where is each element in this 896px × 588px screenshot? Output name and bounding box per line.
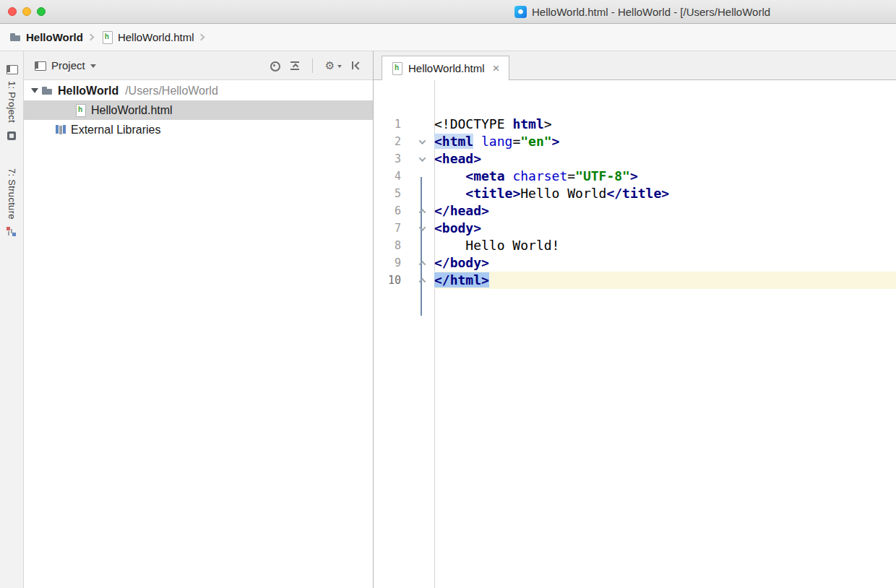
code-line[interactable]: 7<body> <box>374 220 896 237</box>
fold-gutter <box>410 168 434 185</box>
tool-button-project[interactable]: 1: Project <box>6 63 18 123</box>
code-text: </body> <box>434 254 896 272</box>
minimize-window-button[interactable] <box>22 7 31 16</box>
fold-up-marker[interactable] <box>410 254 434 272</box>
code-line[interactable]: 9</body> <box>374 254 896 272</box>
tree-item-helloworld[interactable]: HelloWorld/Users/HelloWorld <box>24 81 373 100</box>
editor-tab-helloworld-html[interactable]: HelloWorld.html× <box>382 56 509 80</box>
tree-item-label: HelloWorld <box>58 85 119 98</box>
breadcrumb-item-helloworld[interactable]: HelloWorld <box>9 31 83 43</box>
code-line[interactable]: 2<html lang="en"> <box>374 133 896 150</box>
tab-label: HelloWorld.html <box>408 62 485 74</box>
code-token: html <box>512 116 543 131</box>
hide-icon <box>350 59 363 72</box>
code-token: Hello World! <box>434 238 559 253</box>
code-text: <body> <box>434 220 896 237</box>
code-token <box>434 186 465 201</box>
breadcrumb-item-helloworld-html[interactable]: HelloWorld.html <box>101 31 194 43</box>
titlebar[interactable]: HelloWorld.html - HelloWorld - [/Users/H… <box>0 0 896 24</box>
code-text: Hello World! <box>434 237 896 254</box>
code-text: <html lang="en"> <box>434 133 896 150</box>
code-line[interactable]: 8 Hello World! <box>374 237 896 254</box>
close-window-button[interactable] <box>8 7 17 16</box>
html-file-icon <box>391 62 403 74</box>
folder-file-icon <box>9 31 22 43</box>
tree-item-external-libraries[interactable]: External Libraries <box>24 120 373 139</box>
code-text: </head> <box>434 202 896 220</box>
fold-gutter <box>410 185 434 202</box>
code-line[interactable]: 3<head> <box>374 150 896 168</box>
hide-button[interactable] <box>350 59 363 72</box>
line-number: 9 <box>374 254 410 272</box>
project-tree: HelloWorld/Users/HelloWorldHelloWorld.ht… <box>24 80 373 588</box>
fold-down-icon <box>418 155 426 162</box>
fold-gutter <box>410 116 434 133</box>
code-token: = <box>512 134 520 149</box>
fold-down-marker[interactable] <box>410 133 434 150</box>
code-token <box>473 134 481 149</box>
window-title-text: HelloWorld.html - HelloWorld - [/Users/H… <box>532 6 770 18</box>
structure-tool-icon <box>6 225 18 238</box>
tool-button-project-label: 1: Project <box>7 81 17 123</box>
fold-up-icon <box>418 260 426 267</box>
breadcrumb-chevron-icon <box>87 34 94 41</box>
fold-up-marker[interactable] <box>410 272 434 289</box>
tool-window-stripe: 1: Project7: Structure <box>0 51 24 588</box>
project-panel-header: Project <box>24 51 373 80</box>
code-token: > <box>630 168 638 183</box>
line-number: 8 <box>374 237 410 254</box>
code-line[interactable]: 4 <meta charset="UTF-8"> <box>374 168 896 185</box>
code-line[interactable]: 1<!DOCTYPE html> <box>374 116 896 133</box>
code-token: = <box>567 168 575 183</box>
code-token: </title> <box>606 186 669 201</box>
project-panel-toolbar <box>268 59 363 73</box>
tab-close-icon[interactable]: × <box>493 62 500 74</box>
tool-button-favorites[interactable] <box>6 130 18 142</box>
code-line[interactable]: 6</head> <box>374 202 896 220</box>
code-token: "UTF-8" <box>575 168 630 183</box>
locate-button[interactable] <box>268 59 280 72</box>
editor-area: HelloWorld.html× 1<!DOCTYPE html>2<html … <box>374 51 896 588</box>
code-token: <title> <box>465 186 520 201</box>
tree-item-label: External Libraries <box>71 124 161 137</box>
code-editor[interactable]: 1<!DOCTYPE html>2<html lang="en">3<head>… <box>374 80 896 588</box>
locate-icon <box>268 59 280 72</box>
code-token: </html> <box>434 272 489 287</box>
line-number: 4 <box>374 168 410 185</box>
favorites-icon <box>6 130 18 142</box>
code-token: lang <box>481 134 512 149</box>
line-number: 7 <box>374 220 410 237</box>
breadcrumb: HelloWorldHelloWorld.html <box>0 24 896 51</box>
fold-down-marker[interactable] <box>410 220 434 237</box>
project-panel-title: Project <box>51 59 85 72</box>
tree-expand-arrow-icon[interactable] <box>28 88 41 93</box>
chevron-down-icon <box>337 65 342 68</box>
code-token: </head> <box>434 203 489 218</box>
code-token: </body> <box>434 255 489 270</box>
window-title: HelloWorld.html - HelloWorld - [/Users/H… <box>514 0 896 23</box>
code-line[interactable]: 5 <title>Hello World</title> <box>374 185 896 202</box>
gear-button[interactable] <box>324 59 342 72</box>
fold-down-marker[interactable] <box>410 150 434 168</box>
project-tool-window: Project HelloWorld/Users/HelloWorldHello… <box>24 51 374 588</box>
code-token: <head> <box>434 151 481 166</box>
tree-item-helloworld-html[interactable]: HelloWorld.html <box>24 100 373 120</box>
app-icon <box>514 6 527 18</box>
project-window-icon <box>34 59 46 72</box>
traffic-lights <box>8 0 46 23</box>
fold-up-marker[interactable] <box>410 202 434 220</box>
tool-button-structure[interactable]: 7: Structure <box>6 168 18 238</box>
project-view-selector[interactable]: Project <box>34 59 96 72</box>
code-token: "en" <box>520 134 551 149</box>
code-token: <body> <box>434 220 481 235</box>
ide-window: HelloWorld.html - HelloWorld - [/Users/H… <box>0 0 896 588</box>
line-number: 2 <box>374 133 410 150</box>
code-line[interactable]: 10</html> <box>374 272 896 289</box>
code-lines: 1<!DOCTYPE html>2<html lang="en">3<head>… <box>374 116 896 289</box>
code-text: <!DOCTYPE html> <box>434 116 896 133</box>
collapse-all-button[interactable] <box>289 59 301 72</box>
breadcrumb-label: HelloWorld.html <box>118 31 194 43</box>
breadcrumb-chevron-icon <box>198 34 205 41</box>
code-text: </html> <box>434 272 896 289</box>
zoom-window-button[interactable] <box>37 7 46 16</box>
